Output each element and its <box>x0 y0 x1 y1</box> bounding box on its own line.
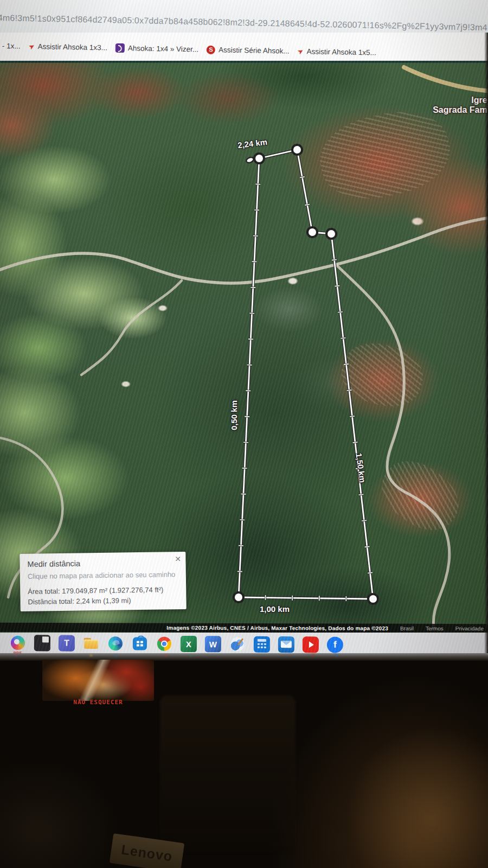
file-explorer-icon[interactable] <box>83 635 99 652</box>
road <box>336 265 450 627</box>
red-arrow-favicon: ➤ <box>27 42 36 51</box>
tick <box>332 260 337 260</box>
measure-vertex[interactable] <box>234 592 243 602</box>
distance-label-050: 0,50 km <box>229 400 239 430</box>
room-light-glow <box>347 727 488 868</box>
measurement-path <box>234 145 378 604</box>
attribution-link-brasil[interactable]: Brasil <box>400 626 414 631</box>
panel-title: Medir distância <box>27 558 178 569</box>
word-icon[interactable]: W <box>205 636 221 652</box>
measure-vertex[interactable] <box>292 145 302 155</box>
attribution-link-privacidade[interactable]: Privacidade <box>455 626 484 631</box>
panel-hint: Clique no mapa para adicionar ao seu cam… <box>28 570 178 580</box>
bookmark-item-partial[interactable]: - 1x... <box>2 42 21 50</box>
tick <box>347 390 352 391</box>
bookmark-item-serie-ahsoka[interactable]: S Assistir Série Ahsok... <box>207 45 290 55</box>
measure-vertex[interactable] <box>326 229 336 239</box>
windows-taskbar: PRE T X W f <box>0 633 488 653</box>
bookmarks-bar: - 1x... ➤ Assistir Ahsoka 1x3... Ahsoka:… <box>0 33 488 61</box>
tick <box>350 416 355 417</box>
bookmark-item-ahsoka-1x3[interactable]: ➤ Assistir Ahsoka 1x3... <box>28 42 107 52</box>
brand-logo: Lenovo <box>120 842 174 865</box>
tick <box>353 442 358 443</box>
url-fragment[interactable]: 4m6!3m5!1s0x951cf864d2749a05:0x7dda7b84a… <box>0 13 488 35</box>
place-label-line2: Sagrada Famíli <box>433 105 488 115</box>
bookmark-label: Ahsoka: 1x4 » Vizer... <box>128 44 199 53</box>
mail-icon[interactable] <box>278 636 294 653</box>
facebook-icon[interactable]: f <box>327 637 343 653</box>
area-total: Área total: 179.049,87 m² (1.927.276,74 … <box>28 585 178 596</box>
screen: 4m6!3m5!1s0x951cf864d2749a05:0x7dda7b84a… <box>0 0 488 653</box>
screen-edge-shadow <box>484 33 488 653</box>
youtube-icon[interactable] <box>303 636 319 653</box>
measure-vertex[interactable] <box>254 154 264 163</box>
place-label-line1: Igreja <box>433 95 488 105</box>
imagery-credits: Imagens ©2023 Airbus, CNES / Airbus, Max… <box>166 625 388 631</box>
pre-label: PRE <box>14 651 22 653</box>
measure-line <box>239 158 259 597</box>
edge-icon[interactable] <box>107 635 124 652</box>
red-s-favicon: S <box>207 45 215 54</box>
red-arrow-favicon: ➤ <box>296 47 305 56</box>
tick <box>368 572 373 573</box>
attribution-link-termos[interactable]: Termos <box>426 626 444 631</box>
bookmark-label: - 1x... <box>2 42 21 50</box>
paint-icon[interactable] <box>229 636 246 652</box>
tick <box>359 494 364 495</box>
excel-icon[interactable]: X <box>181 636 197 652</box>
calculator-icon[interactable] <box>254 636 270 653</box>
roads <box>0 67 488 627</box>
monitor-bezel: NÃO ESQUECER Lenovo <box>0 653 488 868</box>
tick <box>341 338 346 339</box>
bookmark-label: Assistir Ahsoka 1x3... <box>37 42 107 52</box>
bookmark-item-ahsoka-1x4[interactable]: Ahsoka: 1x4 » Vizer... <box>115 43 199 54</box>
map-satellite-view[interactable]: 2,24 km 0,50 km 1,50 km 1,00 km Igreja S… <box>0 61 488 633</box>
road <box>81 280 182 375</box>
measure-distance-panel: × Medir distância Clique no mapa para ad… <box>20 552 186 611</box>
teams-icon[interactable]: T <box>59 635 75 652</box>
close-icon[interactable]: × <box>175 554 181 564</box>
room-light-glow <box>0 760 119 868</box>
bookmark-label: Assistir Série Ahsok... <box>219 46 290 55</box>
sticker-text: NÃO ESQUECER <box>73 699 123 706</box>
tick <box>344 364 349 365</box>
vizer-favicon <box>115 43 125 53</box>
chrome-icon[interactable] <box>156 636 172 652</box>
anime-sticker: NÃO ESQUECER <box>42 660 154 701</box>
map-attribution-bar: Imagens ©2023 Airbus, CNES / Airbus, Max… <box>0 623 488 633</box>
tick <box>365 546 370 547</box>
dark-app-icon[interactable] <box>34 635 50 651</box>
tick <box>338 312 343 312</box>
bookmark-label: Assistir Ahsoka 1x5... <box>306 47 376 56</box>
tick <box>362 520 367 521</box>
tick <box>335 286 340 286</box>
monitor-stand <box>160 695 296 853</box>
road <box>0 218 488 283</box>
clipchamp-icon[interactable]: PRE <box>10 635 26 651</box>
microsoft-store-icon[interactable] <box>132 635 148 652</box>
room-light-glow <box>271 675 488 868</box>
measure-vertex[interactable] <box>368 594 378 604</box>
place-label-igreja: Igreja Sagrada Famíli <box>433 95 488 116</box>
measure-line <box>297 150 312 232</box>
road <box>404 67 488 91</box>
monitor-photo: 4m6!3m5!1s0x951cf864d2749a05:0x7dda7b84a… <box>0 0 488 868</box>
browser-address-bar: 4m6!3m5!1s0x951cf864d2749a05:0x7dda7b84a… <box>0 0 488 33</box>
distance-label-100: 1,00 km <box>260 604 290 614</box>
distance-total: Distância total: 2,24 km (1,39 mi) <box>28 596 178 606</box>
measure-handle[interactable] <box>246 156 254 164</box>
bookmark-item-ahsoka-1x5[interactable]: ➤ Assistir Ahsoka 1x5... <box>297 47 376 57</box>
measure-vertex[interactable] <box>307 227 317 237</box>
